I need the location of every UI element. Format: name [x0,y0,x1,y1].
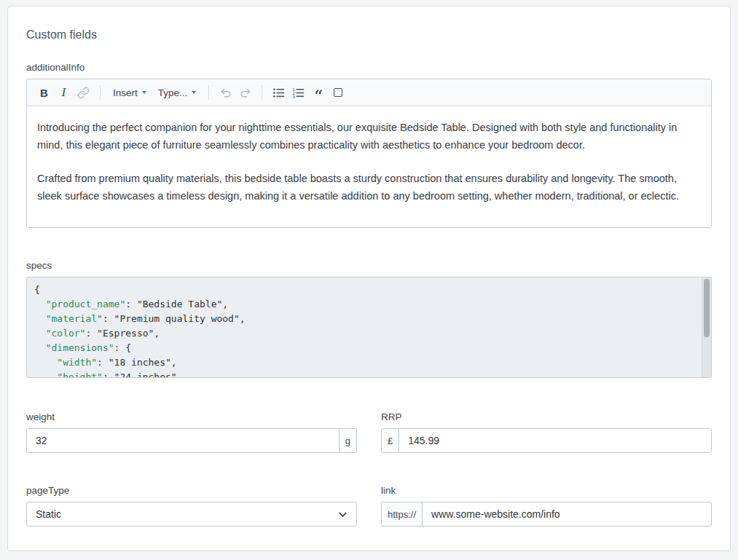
pagetype-field-group: pageType Static [26,485,357,527]
code-line: "product_name": "Bedside Table", [34,297,692,312]
editor-paragraph: Introducing the perfect companion for yo… [37,119,701,154]
specs-section: specs { "product_name": "Bedside Table",… [26,260,712,378]
custom-fields-card: Custom fields additionalInfo B I Inse [7,6,731,551]
toolbar-separator [262,85,262,100]
scrollbar-track[interactable] [702,277,711,377]
additional-info-label: additionalInfo [26,62,712,73]
weight-unit-suffix: g [339,429,356,452]
redo-button[interactable] [235,83,255,103]
code-line: "height": "24 inches", [34,370,692,378]
fields-grid: weight g RRP £ pageType Static [26,411,712,527]
weight-field-group: weight g [26,411,357,453]
toolbar-separator [208,85,209,100]
code-line: "color": "Espresso", [34,326,692,341]
protocol-prefix: https:// [382,502,423,526]
rrp-field-group: RRP £ [381,411,712,453]
link-field-group: link https:// [381,485,712,527]
code-line: "width": "18 inches", [34,355,692,370]
frame-icon [334,88,342,97]
page-title: Custom fields [26,28,712,42]
scrollbar-thumb[interactable] [704,279,710,337]
pagetype-selected-value: Static [36,508,61,520]
type-dropdown-label: Type... [158,87,188,98]
ordered-list-icon: 1 2 3 [292,87,305,99]
svg-text:3: 3 [293,95,295,99]
currency-prefix: £ [382,429,399,452]
link-icon [77,87,90,99]
bullet-list-button[interactable] [269,83,288,103]
undo-button[interactable] [216,83,235,103]
weight-label: weight [26,411,357,422]
insert-dropdown[interactable]: Insert [107,83,152,103]
blockquote-icon: “ [314,84,323,100]
link-input-group: https:// [381,502,712,527]
ordered-list-button[interactable]: 1 2 3 [288,83,308,103]
rrp-input-group: £ [381,428,712,453]
link-button[interactable] [74,83,93,103]
code-line: { [34,283,692,297]
redo-icon [239,86,252,99]
type-dropdown[interactable]: Type... [152,83,203,103]
weight-input-group: g [26,428,357,453]
link-label: link [381,485,712,496]
specs-code-editor[interactable]: { "product_name": "Bedside Table", "mate… [26,277,712,378]
specs-label: specs [26,260,712,271]
link-input[interactable] [423,502,711,526]
chevron-down-icon [142,91,146,94]
editor-toolbar: B I Insert Type... [27,79,711,106]
toolbar-separator [100,85,101,100]
editor-paragraph: Crafted from premium quality materials, … [37,170,701,205]
chevron-down-icon [338,510,348,519]
bold-button[interactable]: B [34,83,54,103]
undo-icon [219,86,232,99]
insert-dropdown-label: Insert [113,87,138,98]
code-line: "material": "Premium quality wood", [34,312,692,326]
additional-info-section: additionalInfo B I Insert [26,62,712,228]
insert-frame-button[interactable] [328,83,348,103]
pagetype-label: pageType [26,485,357,496]
code-line: "dimensions": { [34,341,692,355]
pagetype-select[interactable]: Static [26,502,357,527]
rrp-label: RRP [381,411,712,422]
italic-button[interactable]: I [54,83,74,103]
rich-text-editor: B I Insert Type... [26,79,712,228]
weight-input[interactable] [27,429,339,452]
rrp-input[interactable] [399,429,711,452]
chevron-down-icon [192,91,196,94]
blockquote-button[interactable]: “ [308,83,328,103]
editor-content[interactable]: Introducing the perfect companion for yo… [27,106,711,227]
bullet-list-icon [272,87,285,99]
